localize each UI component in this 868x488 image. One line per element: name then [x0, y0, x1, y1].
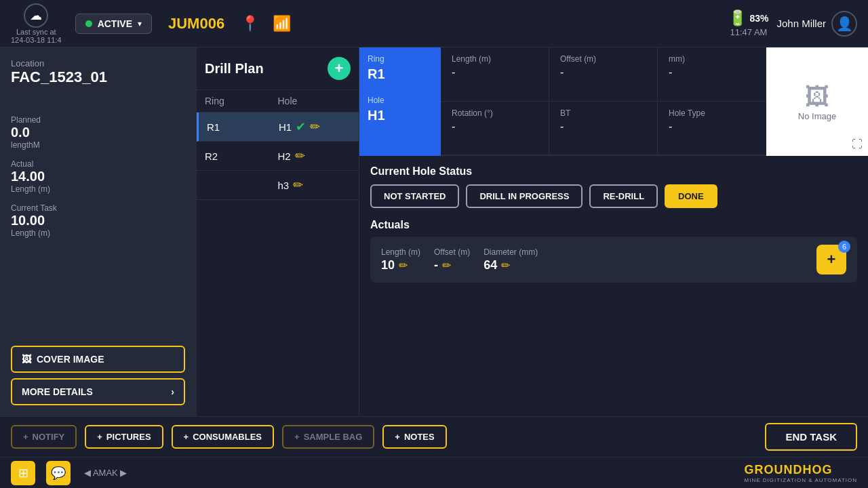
photo-count-badge: 6 [838, 241, 850, 253]
hole-info-grid: Length (m) - Offset (m) - mm) - Rotation… [441, 47, 766, 156]
partner-logo: ◀ AMAK ▶ [84, 468, 127, 478]
plus-icon: + [23, 432, 28, 442]
edit-icon[interactable]: ✏ [295, 148, 305, 163]
length-edit-button[interactable]: ✏ [399, 259, 408, 272]
drill-plan-panel: Drill Plan + Ring Hole R1 H1 ✔ ✏ R2 H2 ✏ [197, 47, 359, 416]
hole-info-left: Ring R1 Hole H1 [359, 47, 441, 156]
location-block: Location FAC_1523_01 [11, 58, 185, 92]
add-drill-button[interactable]: + [328, 57, 351, 80]
end-task-button[interactable]: END TASK [765, 423, 857, 451]
drill-row[interactable]: h3 ✏ [197, 171, 359, 200]
bt-value: - [560, 121, 646, 133]
plus-icon: + [827, 251, 836, 268]
offset-actual-value: - [434, 258, 438, 272]
offset-value: - [560, 66, 646, 79]
actual-block: Actual 14.00 Length (m) [11, 159, 185, 194]
status-buttons: NOT STARTED DRILL IN PROGRESS RE-DRILL D… [370, 184, 857, 208]
notes-button[interactable]: + NOTES [382, 425, 446, 449]
length-actual-label: Length (m) [381, 247, 420, 257]
ring-cell: R2 [205, 150, 278, 162]
image-icon: 🖼 [22, 354, 31, 365]
mm-cell: mm) - [658, 47, 766, 102]
drill-row[interactable]: R2 H2 ✏ [197, 142, 359, 171]
planned-label: Planned [11, 115, 185, 125]
chevron-right-icon: › [171, 386, 174, 397]
ring-column-header: Ring [205, 96, 278, 106]
actual-value: 14.00 [11, 169, 185, 184]
cover-image-button[interactable]: 🖼 COVER IMAGE [11, 346, 185, 373]
offset-label: Offset (m) [560, 54, 646, 64]
hole-cell: H1 [279, 121, 292, 133]
actuals-section: Actuals Length (m) 10 ✏ Offset (m) - ✏ [359, 214, 868, 288]
pictures-button[interactable]: + PICTURES [85, 425, 163, 449]
groundhog-logo: GROUNDHOG MINE DIGITIZATION & AUTOMATION [745, 463, 857, 483]
location-value: FAC_1523_01 [11, 68, 185, 86]
diameter-edit-button[interactable]: ✏ [501, 259, 510, 272]
more-details-button[interactable]: MORE DETAILS › [11, 378, 185, 405]
plus-icon: + [184, 432, 189, 442]
plus-icon: + [294, 432, 300, 442]
re-drill-button[interactable]: RE-DRILL [589, 184, 658, 208]
diameter-actual: Diameter (mm) 64 ✏ [484, 247, 538, 272]
current-task-value: 10.00 [11, 213, 185, 228]
hole-type-cell: Hole Type - [658, 102, 766, 156]
drill-plan-title: Drill Plan [205, 61, 264, 77]
hole-value: H1 [368, 108, 433, 123]
left-panel: Location FAC_1523_01 Planned 0.0 lengthM… [0, 47, 197, 416]
actual-label: Actual [11, 159, 185, 169]
grid-icon[interactable]: ⊞ [11, 461, 35, 485]
time-display: 11:47 AM [730, 27, 767, 37]
consumables-button[interactable]: + CONSUMABLES [172, 425, 274, 449]
hole-type-label: Hole Type [669, 108, 755, 118]
active-status-button[interactable]: ACTIVE ▾ [75, 14, 152, 34]
mm-value: - [669, 66, 755, 79]
main-content: Location FAC_1523_01 Planned 0.0 lengthM… [0, 47, 868, 416]
sync-area: ☁ Last sync at 124-03-18 11:4 [11, 3, 62, 44]
row-actions: h3 ✏ [278, 178, 351, 192]
right-panel: Ring R1 Hole H1 Length (m) - Offset (m) … [359, 47, 868, 416]
current-task-label: Current Task [11, 203, 185, 213]
drill-table-header: Ring Hole [197, 90, 359, 113]
drill-plan-header: Drill Plan + [197, 47, 359, 90]
logo-sub: MINE DIGITIZATION & AUTOMATION [745, 477, 857, 483]
avatar[interactable]: 👤 [831, 11, 857, 37]
chevron-down-icon: ▾ [138, 19, 142, 28]
active-label: ACTIVE [98, 18, 132, 29]
drill-row[interactable]: R1 H1 ✔ ✏ [197, 113, 359, 142]
hole-type-value: - [669, 121, 755, 133]
rotation-value: - [452, 121, 538, 133]
photo-add-button[interactable]: + 6 [816, 245, 846, 274]
length-label: Length (m) [452, 54, 538, 64]
no-image-box: 🖼 No Image ⛶ [766, 47, 868, 156]
notify-button[interactable]: + NOTIFY [11, 425, 77, 449]
bottom-action-bar: + NOTIFY + PICTURES + CONSUMABLES + SAMP… [0, 416, 868, 457]
active-dot [85, 20, 92, 27]
hole-status-section: Current Hole Status NOT STARTED DRILL IN… [359, 156, 868, 214]
offset-edit-button[interactable]: ✏ [442, 259, 451, 272]
no-image-text: No Image [798, 111, 836, 121]
plus-icon: + [395, 432, 400, 442]
actuals-row: Length (m) 10 ✏ Offset (m) - ✏ Diameter … [370, 237, 857, 283]
bt-label: BT [560, 108, 646, 118]
sync-icon: ☁ [24, 3, 48, 28]
rotation-cell: Rotation (°) - [441, 102, 549, 156]
hole-label: Hole [368, 96, 433, 105]
hole-detail-top: Ring R1 Hole H1 Length (m) - Offset (m) … [359, 47, 868, 156]
ring-value: R1 [368, 66, 433, 82]
edit-icon[interactable]: ✏ [310, 119, 320, 134]
done-button[interactable]: DONE [665, 184, 717, 208]
edit-icon[interactable]: ✏ [293, 178, 303, 192]
not-started-button[interactable]: NOT STARTED [370, 184, 459, 208]
message-icon[interactable]: 💬 [46, 461, 71, 485]
hole-cell: h3 [278, 180, 290, 191]
wifi-icon: 📶 [273, 15, 291, 33]
length-actual: Length (m) 10 ✏ [381, 247, 420, 272]
drill-in-progress-button[interactable]: DRILL IN PROGRESS [466, 184, 583, 208]
battery-percentage: 83% [749, 13, 768, 24]
no-image-icon: 🖼 [805, 83, 829, 111]
offset-actual: Offset (m) - ✏ [434, 247, 470, 272]
top-bar: ☁ Last sync at 124-03-18 11:4 ACTIVE ▾ J… [0, 0, 868, 47]
sample-bag-button[interactable]: + SAMPLE BAG [282, 425, 374, 449]
length-value: - [452, 66, 538, 79]
expand-icon[interactable]: ⛶ [852, 138, 863, 150]
